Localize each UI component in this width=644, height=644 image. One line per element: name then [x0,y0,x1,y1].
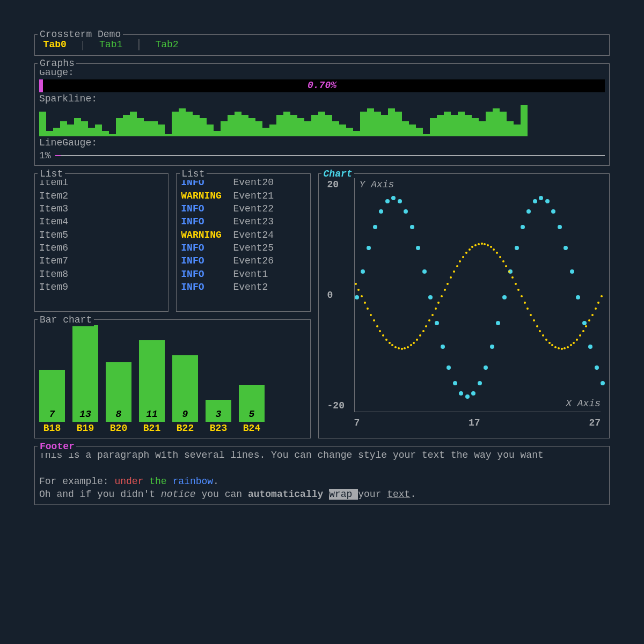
data-point [570,269,574,274]
sparkline-bar [179,108,186,136]
bar-column: 3B23 [206,400,231,435]
data-point [404,209,408,214]
data-point [515,246,519,250]
data-point [530,314,532,316]
data-point [444,289,446,291]
ytick: -20 [327,399,345,412]
list-item[interactable]: Item8 [39,268,164,281]
data-point [459,260,461,262]
sparkline-bar [214,131,221,136]
sparkline-bar [311,115,318,136]
bar-value: 7 [49,408,55,422]
data-point [536,325,538,327]
event-level: INFO [181,255,227,266]
app-title: Crossterm Demo [38,28,122,41]
list-item[interactable]: Item4 [39,215,164,228]
data-point [601,295,603,297]
sparkline-bar [137,118,144,136]
event-item[interactable]: INFO Event26 [181,254,305,267]
ytick: 0 [327,289,345,302]
data-point [493,248,495,251]
bar-chart: 7B1813B198B2011B219B223B235B24 [39,322,306,435]
sparkline-bar [200,118,207,136]
data-point [526,209,531,214]
list-item[interactable]: Item7 [39,254,164,267]
data-point [496,252,498,254]
sparkline-label: Sparkline: [39,92,605,105]
data-point [517,289,519,291]
data-point [490,246,492,248]
data-point [496,321,500,325]
event-item[interactable]: WARNING Event21 [181,189,305,202]
data-point [576,295,580,299]
sparkline-bar [437,115,444,136]
x-axis-label: X Axis [566,397,601,410]
event-level: INFO [181,216,227,227]
tab-2[interactable]: Tab2 [153,39,180,50]
sparkline-bar [255,121,262,136]
sparkline-bar [269,125,276,136]
sparkline-bar [304,121,311,136]
event-level: INFO [181,269,227,280]
linegauge-fill [55,155,61,156]
sparkline-bar [465,115,472,136]
data-point [484,243,486,245]
data-point [576,339,578,341]
sparkline-bar [339,125,346,136]
data-point [437,302,440,304]
data-point [478,243,480,245]
data-point [548,342,551,344]
data-point [425,325,427,327]
footer-panel: Footer This is a paragraph with several … [34,446,610,504]
bar-column: 9B22 [172,355,198,435]
event-text: Event24 [228,230,274,240]
sparkline-bar [430,118,437,136]
event-item[interactable]: WARNING Event24 [181,229,305,241]
sparkline-bar [444,112,451,136]
data-point [471,391,475,396]
data-point [526,308,529,310]
list-item[interactable]: Item5 [39,229,164,241]
data-point [453,270,455,273]
left-list-title: List [38,167,64,180]
list-item[interactable]: Item9 [39,281,164,294]
data-point [465,394,470,399]
data-point [416,339,418,341]
sparkline-bar [381,115,388,136]
data-point [428,295,433,299]
data-point [588,345,592,349]
data-point [428,319,430,321]
event-item[interactable]: INFO Event25 [181,241,305,254]
data-point [435,308,437,310]
data-point [471,246,473,248]
data-point [389,342,391,344]
data-point [422,330,425,332]
data-point [561,348,563,350]
event-item[interactable]: INFO Event1 [181,268,305,281]
bar-chart-title: Bar chart [38,313,93,326]
data-point [533,199,537,203]
sparkline-bar [374,112,381,136]
data-point [398,347,400,349]
event-item[interactable]: INFO Event22 [181,202,305,215]
sparkline-bar [486,112,493,136]
sparkline-bar [53,128,60,136]
sparkline-bar [297,118,304,136]
data-point [379,330,381,332]
event-level: INFO [181,243,227,253]
xtick: 7 [354,416,360,429]
data-point [558,225,562,229]
event-text: Event25 [228,243,274,253]
data-point [558,347,560,349]
list-item[interactable]: Item3 [39,202,164,215]
data-point [542,334,544,336]
data-point [367,246,371,250]
event-item[interactable]: INFO Event2 [181,281,305,294]
bar-column: 8B20 [106,362,131,435]
list-item[interactable]: Item6 [39,241,164,254]
event-item[interactable]: INFO Event23 [181,215,305,228]
sparkline-bar [158,125,165,136]
sparkline-bar [207,125,214,136]
sparkline-bar [325,115,332,136]
list-item[interactable]: Item2 [39,189,164,202]
